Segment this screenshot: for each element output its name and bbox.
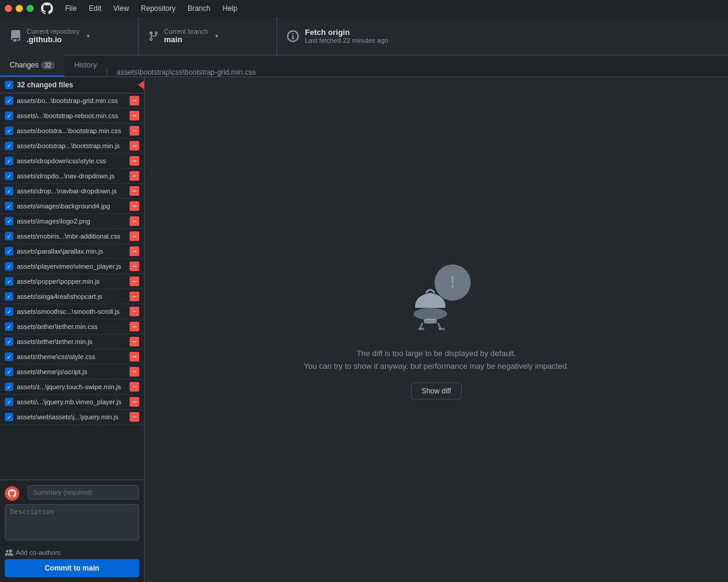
diff-icon-13: − [130, 292, 139, 301]
menu-file[interactable]: File [60, 3, 81, 14]
file-checkbox-21[interactable]: ✓ [5, 413, 13, 421]
file-item-11[interactable]: ✓ assets\playervimeo\vimeo_player.js − [0, 259, 144, 274]
changed-files-header[interactable]: ✓ 32 changed files [0, 77, 144, 93]
file-checkbox-2[interactable]: ✓ [5, 127, 13, 135]
file-checkbox-1[interactable]: ✓ [5, 111, 13, 120]
current-repo-section[interactable]: Current repository .github.io ▾ [0, 17, 139, 55]
file-name-20: assets\...\jquery.mb.vimeo_player.js [17, 398, 126, 405]
diff-icon-16: − [130, 337, 139, 346]
tab-changes[interactable]: Changes 32 [0, 55, 64, 77]
diff-icon-4: − [130, 156, 139, 166]
menu-help[interactable]: Help [218, 3, 242, 14]
file-checkbox-20[interactable]: ✓ [5, 398, 13, 406]
file-item-0[interactable]: ✓ assets\bo...\bootstrap-grid.min.css − [0, 93, 144, 108]
commit-button[interactable]: Commit to main [5, 559, 139, 577]
select-all-checkbox[interactable]: ✓ [5, 81, 13, 89]
file-item-6[interactable]: ✓ assets\drop...\navbar-dropdown.js − [0, 184, 144, 199]
file-checkbox-6[interactable]: ✓ [5, 187, 13, 195]
fetch-section[interactable]: Fetch origin Last fetched 22 minutes ago [277, 17, 410, 55]
repo-chevron-icon: ▾ [87, 33, 90, 39]
file-name-12: assets\popper\popper.min.js [17, 278, 126, 285]
tab-bar: Changes 32 History assets\bootstrap\css\… [0, 55, 728, 77]
file-item-19[interactable]: ✓ assets\t...\jquery.touch-swipe.min.js … [0, 380, 144, 395]
menu-branch[interactable]: Branch [183, 3, 215, 14]
main-layout: ✓ 32 changed files ✓ assets\bo...\bootst… [0, 77, 728, 582]
file-name-3: assets\bootstrap...\bootstrap.min.js [17, 142, 126, 149]
diff-placeholder: ! The diff is too large to be displayed … [304, 260, 569, 399]
diff-icon-19: − [130, 382, 139, 392]
toolbar: Current repository .github.io ▾ Current … [0, 17, 728, 55]
file-checkbox-9[interactable]: ✓ [5, 232, 13, 240]
file-checkbox-7[interactable]: ✓ [5, 202, 13, 210]
file-item-18[interactable]: ✓ assets\theme\js\script.js − [0, 365, 144, 380]
file-item-13[interactable]: ✓ assets\singa4real\shopcart.js − [0, 289, 144, 304]
file-checkbox-3[interactable]: ✓ [5, 142, 13, 150]
diff-icon-15: − [130, 322, 139, 331]
file-checkbox-11[interactable]: ✓ [5, 262, 13, 271]
coauthors-row[interactable]: Add co-authors [5, 546, 139, 559]
file-item-14[interactable]: ✓ assets\smoothsc...\smooth-scroll.js − [0, 304, 144, 319]
file-item-21[interactable]: ✓ assets\web\assets\j...\jquery.min.js − [0, 410, 144, 425]
file-item-17[interactable]: ✓ assets\theme\css\style.css − [0, 349, 144, 365]
file-checkbox-19[interactable]: ✓ [5, 383, 13, 391]
file-checkbox-0[interactable]: ✓ [5, 96, 13, 105]
file-checkbox-4[interactable]: ✓ [5, 157, 13, 165]
file-name-17: assets\theme\css\style.css [17, 353, 126, 360]
file-item-8[interactable]: ✓ assets\images\logo2.png − [0, 214, 144, 229]
file-checkbox-5[interactable]: ✓ [5, 172, 13, 180]
show-diff-button[interactable]: Show diff [411, 383, 461, 399]
commit-description-input[interactable] [5, 504, 139, 540]
file-item-15[interactable]: ✓ assets\tether\tether.min.css − [0, 319, 144, 334]
file-name-19: assets\t...\jquery.touch-swipe.min.js [17, 383, 126, 390]
file-checkbox-12[interactable]: ✓ [5, 277, 13, 286]
commit-summary-input[interactable] [28, 485, 139, 499]
menu-view[interactable]: View [108, 3, 134, 14]
svg-point-5 [413, 308, 447, 320]
file-checkbox-13[interactable]: ✓ [5, 292, 13, 301]
file-item-9[interactable]: ✓ assets\mobiris...\mbr-additional.css − [0, 229, 144, 244]
file-checkbox-17[interactable]: ✓ [5, 352, 13, 361]
file-item-7[interactable]: ✓ assets\images\background4.jpg − [0, 199, 144, 214]
file-item-10[interactable]: ✓ assets\parallax\jarallax.min.js − [0, 244, 144, 259]
minimize-button[interactable] [16, 5, 23, 12]
file-checkbox-8[interactable]: ✓ [5, 217, 13, 225]
file-checkbox-16[interactable]: ✓ [5, 337, 13, 346]
file-checkbox-10[interactable]: ✓ [5, 247, 13, 255]
maximize-button[interactable] [27, 5, 34, 12]
file-item-16[interactable]: ✓ assets\tether\tether.min.js − [0, 334, 144, 349]
add-person-icon [5, 548, 13, 557]
changed-files-count: 32 changed files [17, 81, 73, 89]
file-checkbox-18[interactable]: ✓ [5, 368, 13, 376]
file-name-1: assets\...\bootstrap-reboot.min.css [17, 112, 126, 119]
diff-icon-14: − [130, 307, 139, 316]
file-checkbox-15[interactable]: ✓ [5, 322, 13, 331]
branch-info: Current branch main [164, 28, 208, 44]
current-branch-section[interactable]: Current branch main ▾ [139, 17, 277, 55]
tab-history[interactable]: History [64, 55, 106, 77]
file-item-12[interactable]: ✓ assets\popper\popper.min.js − [0, 274, 144, 289]
file-list-container[interactable]: ✓ 32 changed files ✓ assets\bo...\bootst… [0, 77, 144, 480]
file-item-3[interactable]: ✓ assets\bootstrap...\bootstrap.min.js − [0, 139, 144, 154]
diff-message-line1: The diff is too large to be displayed by… [304, 348, 569, 360]
file-item-20[interactable]: ✓ assets\...\jquery.mb.vimeo_player.js − [0, 395, 144, 410]
menu-edit[interactable]: Edit [84, 3, 106, 14]
branch-name: main [164, 35, 208, 44]
menu-repository[interactable]: Repository [136, 3, 180, 14]
diff-icon-3: − [130, 141, 139, 151]
file-checkbox-14[interactable]: ✓ [5, 307, 13, 316]
file-item-5[interactable]: ✓ assets\dropdo...\nav-dropdown.js − [0, 169, 144, 184]
avatar [5, 486, 19, 501]
github-logo-icon [41, 2, 53, 14]
close-button[interactable] [5, 5, 12, 12]
file-name-14: assets\smoothsc...\smooth-scroll.js [17, 308, 126, 315]
file-name-11: assets\playervimeo\vimeo_player.js [17, 263, 126, 270]
branch-label: Current branch [164, 28, 208, 35]
coauthors-label: Add co-authors [16, 549, 61, 556]
file-item-1[interactable]: ✓ assets\...\bootstrap-reboot.min.css − [0, 108, 144, 124]
diff-icon-18: − [130, 367, 139, 377]
file-item-2[interactable]: ✓ assets\bootstra...\bootstrap.min.css − [0, 124, 144, 139]
file-item-4[interactable]: ✓ assets\dropdown\css\style.css − [0, 154, 144, 169]
tab-changes-count: 32 [41, 61, 55, 69]
file-name-0: assets\bo...\bootstrap-grid.min.css [17, 97, 126, 104]
diff-icon-2: − [130, 126, 139, 136]
